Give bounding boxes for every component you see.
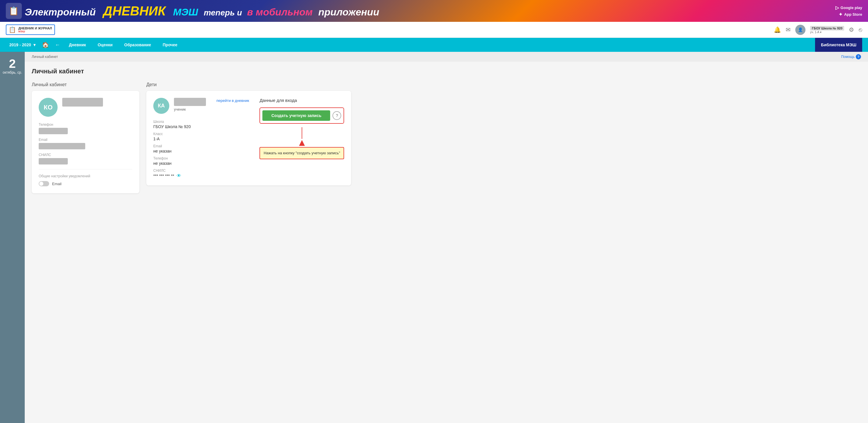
banner-text-now: теперь и: [204, 8, 242, 17]
logout-icon[interactable]: ⎋: [859, 27, 862, 33]
bell-icon[interactable]: 🔔: [774, 26, 781, 33]
school-name: ГБОУ Школа № 920: [810, 26, 844, 31]
profile-header: КО: [39, 98, 132, 117]
banner-text-mesh: МЭШ: [173, 6, 198, 18]
header-logo-text: ДНЕВНИК И ЖУРНАЛ МЭШ: [18, 27, 52, 33]
annotation-arrow-line: [302, 127, 302, 139]
child-header: КА ученик: [153, 98, 206, 114]
banner-text-mobile: в мобильном: [247, 6, 313, 18]
banner-store: ▷ Google play ✦ App Store: [835, 0, 862, 22]
profile-phone-label: Телефон: [39, 122, 132, 126]
profile-card: КО Телефон Email: [32, 91, 140, 193]
page-title: Личный кабинет: [32, 67, 861, 75]
banner-text-app: приложении: [318, 6, 379, 18]
sidebar: 2 октябрь, ср.: [0, 52, 25, 423]
sidebar-date-number: 2: [9, 58, 16, 70]
banner-text-diary: ДНЕВНИК: [103, 4, 165, 18]
sections-row: Личный кабинет КО Телефон: [32, 82, 861, 193]
child-phone-field: Телефон не указан: [153, 156, 206, 166]
nav-grades[interactable]: Оценки: [92, 38, 118, 52]
class-label[interactable]: уч. 1-А ▾: [810, 31, 844, 34]
child-goto-column: перейти в дневник: [211, 98, 249, 178]
help-circle-icon: ?: [856, 54, 861, 59]
nav-diary[interactable]: Дневник: [63, 38, 92, 52]
avatar: 👤: [795, 25, 805, 35]
email-toggle-label: Email: [52, 182, 62, 186]
nav-other[interactable]: Прочее: [157, 38, 183, 52]
help-link[interactable]: Помощь ?: [841, 54, 861, 59]
profile-snils-value: [39, 158, 68, 165]
arrow-up-icon: [299, 140, 305, 146]
home-button[interactable]: 🏠: [39, 41, 52, 48]
annotation-arrow: [259, 140, 344, 146]
gear-icon[interactable]: ⚙: [849, 26, 854, 33]
banner-logo: 📋: [6, 3, 22, 19]
profile-snils-label: СНИЛС: [39, 153, 132, 157]
annotation-box: Нажать на кнопку "создать учетную запись…: [259, 147, 344, 159]
school-info: ГБОУ Школа № 920 уч. 1-А ▾: [810, 26, 844, 34]
login-data-panel: Данные для входа Создать учетную запись …: [254, 98, 344, 178]
notifications-label: Общие настройки уведомлений: [39, 174, 132, 178]
sidebar-date-label: октябрь, ср.: [3, 70, 22, 75]
header-logo-icon: 📋: [9, 26, 16, 33]
banner-text-electronic: Электронный ДНЕВНИК МЭШ теперь и в мобил…: [25, 4, 379, 18]
app-store-icon: ✦: [839, 12, 842, 17]
breadcrumb-path: Личный кабинет: [32, 55, 58, 59]
profile-email-field: Email: [39, 138, 132, 149]
create-account-btn-row: Создать учетную запись ?: [259, 107, 344, 124]
login-data-heading: Данные для входа: [259, 98, 344, 103]
child-name-block: ученик: [174, 98, 206, 112]
profile-section-heading: Личный кабинет: [32, 82, 140, 87]
main-content: Личный кабинет Помощь ? Личный кабинет Л…: [25, 52, 868, 423]
goto-diary-link[interactable]: перейти в дневник: [216, 98, 249, 103]
children-section: Дети КА ученик: [146, 82, 351, 186]
banner-content: 📋 Электронный ДНЕВНИК МЭШ теперь и в моб…: [6, 3, 862, 19]
toggle-row: Email: [39, 181, 132, 186]
profile-snils-field: СНИЛС: [39, 153, 132, 165]
mail-icon[interactable]: ✉: [786, 26, 790, 33]
library-button[interactable]: Библиотека МЭШ: [815, 38, 862, 52]
profile-name-placeholder: [62, 98, 103, 107]
year-selector[interactable]: 2019 - 2020: [6, 43, 39, 47]
google-play-icon: ▷: [835, 5, 839, 10]
nav-education[interactable]: Образование: [118, 38, 157, 52]
store-apple[interactable]: ✦ App Store: [839, 12, 862, 17]
children-card: КА ученик Школа ГБОУ Школа №: [146, 91, 351, 186]
child-avatar: КА: [153, 98, 169, 114]
notifications-section: Общие настройки уведомлений Email: [39, 169, 132, 186]
banner: 📋 Электронный ДНЕВНИК МЭШ теперь и в моб…: [0, 0, 868, 22]
profile-phone-value: [39, 128, 68, 134]
create-account-help-button[interactable]: ?: [333, 111, 341, 120]
child-main-row: КА ученик Школа ГБОУ Школа №: [153, 98, 344, 178]
child-name-placeholder: [174, 98, 206, 106]
child-school-field: Школа ГБОУ Школа № 920: [153, 120, 206, 129]
page-content: Личный кабинет Личный кабинет КО Телефо: [25, 62, 868, 199]
header-logo[interactable]: 📋 ДНЕВНИК И ЖУРНАЛ МЭШ: [6, 24, 55, 35]
header-actions: 🔔 ✉ 👤 ГБОУ Школа № 920 уч. 1-А ▾ ⚙ ⎋: [774, 25, 862, 35]
annotation-container: Создать учетную запись ? Нажать на кнопк…: [259, 107, 344, 159]
create-account-button[interactable]: Создать учетную запись: [262, 110, 330, 121]
header: 📋 ДНЕВНИК И ЖУРНАЛ МЭШ 🔔 ✉ 👤 ГБОУ Школа …: [0, 22, 868, 38]
breadcrumb: Личный кабинет Помощь ?: [25, 52, 868, 62]
profile-name-block: [62, 98, 132, 109]
child-snils-field: СНИЛС *** *** *** ** 👁: [153, 169, 206, 178]
profile-section: Личный кабинет КО Телефон: [32, 82, 140, 193]
profile-phone-field: Телефон: [39, 122, 132, 134]
profile-email-label: Email: [39, 138, 132, 142]
child-role: ученик: [174, 107, 206, 112]
email-toggle[interactable]: [39, 181, 49, 186]
navigation: 2019 - 2020 🏠 ← Дневник Оценки Образован…: [0, 38, 868, 52]
snils-show-icon[interactable]: 👁: [177, 173, 181, 178]
child-email-field: Email не указан: [153, 144, 206, 153]
profile-avatar: КО: [39, 98, 58, 117]
store-google[interactable]: ▷ Google play: [835, 5, 862, 10]
banner-logo-icon: 📋: [6, 3, 22, 19]
child-class-field: Класс 1-А: [153, 132, 206, 141]
back-button[interactable]: ←: [52, 42, 63, 48]
main-layout: 2 октябрь, ср. Личный кабинет Помощь ? Л…: [0, 52, 868, 423]
child-info-column: КА ученик Школа ГБОУ Школа №: [153, 98, 206, 178]
profile-email-value: [39, 143, 85, 149]
children-section-heading: Дети: [146, 82, 351, 87]
child-fields: Школа ГБОУ Школа № 920 Класс 1-А Email: [153, 120, 206, 178]
